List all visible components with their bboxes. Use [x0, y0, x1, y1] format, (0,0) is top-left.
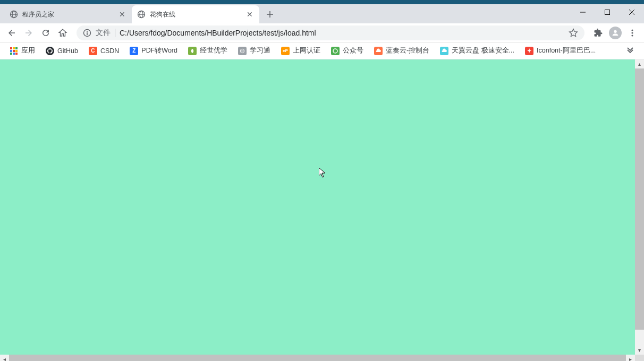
scroll-thumb[interactable] [9, 355, 626, 361]
bookmark-iconfont[interactable]: ✦ Iconfont-阿里巴巴... [521, 44, 600, 57]
apps-icon [10, 47, 18, 55]
extensions-button[interactable] [591, 25, 606, 40]
globe-icon [137, 10, 146, 19]
svg-rect-19 [10, 47, 12, 49]
scroll-thumb[interactable] [635, 68, 644, 330]
info-icon [83, 29, 91, 37]
bookmark-csdn[interactable]: C CSDN [84, 45, 123, 57]
forward-button[interactable] [21, 25, 36, 40]
scroll-up-icon[interactable]: ▴ [635, 59, 644, 68]
wechat-icon [331, 47, 340, 55]
bookmark-jingshi[interactable]: 经世优学 [184, 44, 232, 57]
svg-rect-25 [10, 53, 12, 55]
close-icon[interactable]: ✕ [245, 10, 254, 19]
bookmark-github[interactable]: GitHub [41, 45, 82, 57]
bookmark-label: 蓝奏云-控制台 [386, 46, 429, 55]
scroll-track[interactable] [635, 330, 644, 346]
bookmark-label: 上网认证 [293, 46, 320, 55]
bookmark-star-icon[interactable] [569, 28, 578, 38]
browser-tab-0[interactable]: 程序员之家 ✕ [4, 5, 132, 23]
bookmark-gzh[interactable]: 公众号 [327, 44, 368, 57]
page-body[interactable] [0, 59, 635, 355]
vertical-scrollbar[interactable]: ▴ ▾ [635, 59, 644, 355]
address-bar[interactable]: 文件 C:/Users/fdog/Documents/HBuilderProje… [77, 25, 584, 40]
avatar-icon [609, 27, 622, 39]
iconfont-icon: ✦ [525, 47, 533, 55]
profile-button[interactable] [608, 25, 623, 40]
window-accent-bar [0, 0, 644, 4]
url-scheme-label: 文件 [96, 28, 111, 38]
reload-button[interactable] [38, 25, 53, 40]
globe-icon [10, 10, 18, 19]
close-icon[interactable]: ✕ [118, 10, 126, 19]
bookmark-label: 天翼云盘 极速安全... [452, 46, 514, 55]
bookmark-auth[interactable]: eP 上网认证 [277, 44, 325, 57]
bookmarks-bar: 应用 GitHub C CSDN Z PDF转Word 经世优学 学习通 eP … [0, 42, 644, 59]
browser-toolbar: 文件 C:/Users/fdog/Documents/HBuilderProje… [0, 23, 644, 42]
svg-point-13 [87, 31, 88, 32]
svg-rect-27 [15, 53, 18, 55]
svg-rect-9 [605, 10, 610, 15]
tab-strip: 程序员之家 ✕ 花狗在线 ✕ [0, 4, 644, 23]
bookmark-label: 公众号 [343, 46, 363, 55]
svg-point-15 [614, 30, 616, 32]
svg-point-17 [631, 32, 633, 33]
svg-rect-24 [15, 50, 18, 52]
cloud-icon [374, 47, 383, 55]
bookmarks-overflow-button[interactable] [622, 45, 639, 57]
github-icon [46, 47, 54, 55]
globe-icon [238, 47, 247, 55]
separator [115, 29, 115, 37]
csdn-icon: C [89, 47, 97, 55]
maximize-button[interactable] [595, 4, 620, 20]
bookmark-label: Iconfont-阿里巴巴... [537, 46, 596, 55]
bookmark-label: 学习通 [250, 46, 270, 55]
svg-rect-23 [13, 50, 15, 52]
home-button[interactable] [55, 25, 70, 40]
bookmark-lanzou[interactable]: 蓝奏云-控制台 [370, 44, 434, 57]
bookmark-tianyi[interactable]: 天翼云盘 极速安全... [436, 44, 519, 57]
svg-rect-20 [13, 47, 15, 49]
pdf-icon: Z [130, 47, 138, 55]
minimize-button[interactable] [571, 4, 595, 20]
ep-icon: eP [281, 47, 290, 55]
svg-rect-26 [13, 53, 15, 55]
horizontal-scrollbar[interactable]: ◂ ▸ [0, 355, 644, 361]
new-tab-button[interactable] [262, 7, 277, 22]
scroll-left-icon[interactable]: ◂ [0, 355, 9, 361]
bookmark-label: 应用 [21, 46, 35, 55]
bookmark-pdf[interactable]: Z PDF转Word [125, 44, 182, 57]
svg-point-30 [333, 49, 337, 53]
menu-button[interactable] [625, 25, 640, 40]
back-button[interactable] [4, 25, 19, 40]
scroll-right-icon[interactable]: ▸ [626, 355, 635, 361]
svg-rect-21 [15, 47, 18, 49]
svg-rect-22 [10, 50, 12, 52]
svg-point-18 [631, 35, 633, 36]
bookmark-label: 经世优学 [200, 46, 227, 55]
url-path: C:/Users/fdog/Documents/HBuilderProjects… [120, 29, 316, 37]
close-window-button[interactable] [620, 4, 644, 20]
cloud-icon [440, 47, 448, 55]
scroll-corner [635, 355, 644, 361]
browser-tab-1[interactable]: 花狗在线 ✕ [132, 5, 259, 23]
svg-rect-14 [87, 32, 88, 35]
scroll-down-icon[interactable]: ▾ [635, 346, 644, 355]
leaf-icon [188, 47, 197, 55]
window-controls [571, 4, 644, 20]
bookmark-xuexitong[interactable]: 学习通 [234, 44, 275, 57]
svg-point-16 [631, 29, 633, 31]
bookmark-label: PDF转Word [141, 46, 177, 55]
apps-shortcut[interactable]: 应用 [5, 44, 39, 57]
viewport: ▴ ▾ [0, 59, 644, 355]
tab-title: 程序员之家 [22, 10, 114, 19]
bookmark-label: CSDN [100, 47, 119, 55]
bookmark-label: GitHub [57, 47, 78, 55]
tab-title: 花狗在线 [150, 10, 241, 19]
